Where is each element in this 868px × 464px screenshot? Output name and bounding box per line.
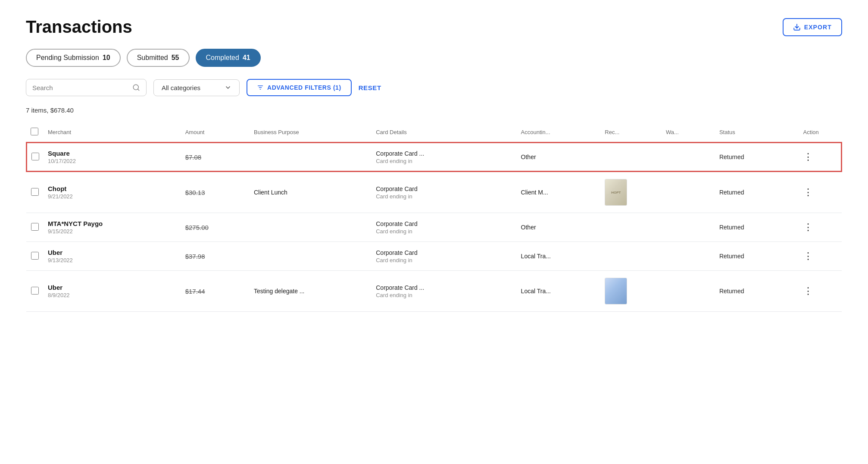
amount-value: $7.08: [185, 154, 202, 161]
purpose-cell: [250, 242, 372, 271]
status-cell: Returned: [715, 172, 799, 213]
action-cell[interactable]: ⋮: [799, 213, 842, 242]
action-menu-button[interactable]: ⋮: [803, 151, 814, 162]
card-main: Corporate Card: [376, 249, 512, 256]
advanced-filters-button[interactable]: ADVANCED FILTERS (1): [247, 79, 352, 96]
action-cell[interactable]: ⋮: [799, 172, 842, 213]
purpose-cell: Client Lunch: [250, 172, 372, 213]
receipt-cell: HOPT: [600, 172, 662, 213]
select-all-header[interactable]: [26, 122, 44, 142]
card-cell: Corporate Card Card ending in: [372, 172, 516, 213]
action-menu-button[interactable]: ⋮: [803, 285, 814, 296]
card-main: Corporate Card ...: [376, 284, 512, 291]
receipt-cell: [600, 242, 662, 271]
accounting-cell: Client M...: [517, 172, 601, 213]
reset-button[interactable]: RESET: [359, 84, 381, 91]
status-cell: Returned: [715, 242, 799, 271]
card-sub: Card ending in: [376, 228, 512, 235]
accounting-value: Local Tra...: [521, 253, 551, 260]
accounting-value: Other: [521, 224, 536, 231]
row-select-checkbox[interactable]: [31, 287, 39, 295]
row-checkbox-cell[interactable]: [26, 142, 44, 172]
row-select-checkbox[interactable]: [31, 188, 39, 196]
search-input[interactable]: [32, 84, 129, 91]
col-header-amount: Amount: [181, 122, 250, 142]
select-all-checkbox[interactable]: [31, 128, 38, 135]
card-cell: Corporate Card ... Card ending in: [372, 271, 516, 312]
table-header-row: Merchant Amount Business Purpose Card De…: [26, 122, 842, 142]
table-row: Square 10/17/2022 $7.08 Corporate Card .…: [26, 142, 842, 172]
card-sub: Card ending in: [376, 193, 512, 200]
receipt-thumbnail: [605, 278, 627, 304]
status-badge: Returned: [719, 288, 744, 295]
receipt-cell: [600, 142, 662, 172]
merchant-name: Square: [48, 150, 177, 157]
tab-pending[interactable]: Pending Submission 10: [26, 49, 121, 67]
merchant-name: Uber: [48, 249, 177, 256]
amount-cell: $275.00: [181, 213, 250, 242]
tab-pending-count: 10: [103, 54, 110, 62]
tab-completed[interactable]: Completed 41: [196, 49, 261, 67]
card-sub: Card ending in: [376, 257, 512, 263]
status-cell: Returned: [715, 213, 799, 242]
merchant-name: Chopt: [48, 185, 177, 192]
accounting-value: Client M...: [521, 189, 548, 196]
merchant-date: 9/15/2022: [48, 228, 177, 235]
receipt-cell: [600, 271, 662, 312]
items-summary: 7 items, $678.40: [26, 107, 842, 114]
amount-value: $37.98: [185, 253, 205, 260]
card-cell: Corporate Card Card ending in: [372, 213, 516, 242]
row-checkbox-cell[interactable]: [26, 242, 44, 271]
row-checkbox-cell[interactable]: [26, 172, 44, 213]
category-label: All categories: [162, 84, 200, 91]
purpose-cell: [250, 213, 372, 242]
amount-value: $17.44: [185, 288, 205, 295]
status-cell: Returned: [715, 142, 799, 172]
accounting-value: Other: [521, 154, 536, 160]
table-row: MTA*NYCT Paygo 9/15/2022 $275.00 Corpora…: [26, 213, 842, 242]
amount-value: $275.00: [185, 224, 209, 231]
action-menu-button[interactable]: ⋮: [803, 187, 814, 198]
tab-submitted[interactable]: Submitted 55: [127, 49, 190, 67]
category-dropdown[interactable]: All categories: [153, 79, 240, 96]
wa-cell: [662, 142, 715, 172]
wa-cell: [662, 271, 715, 312]
merchant-date: 9/13/2022: [48, 257, 177, 263]
row-checkbox-cell[interactable]: [26, 271, 44, 312]
wa-cell: [662, 213, 715, 242]
col-header-purpose: Business Purpose: [250, 122, 372, 142]
merchant-cell: MTA*NYCT Paygo 9/15/2022: [44, 213, 181, 242]
status-badge: Returned: [719, 224, 744, 231]
export-button[interactable]: EXPORT: [783, 18, 842, 36]
merchant-cell: Uber 9/13/2022: [44, 242, 181, 271]
merchant-cell: Uber 8/9/2022: [44, 271, 181, 312]
header-row: Transactions EXPORT: [26, 17, 842, 37]
row-select-checkbox[interactable]: [31, 252, 39, 260]
amount-cell: $7.08: [181, 142, 250, 172]
merchant-name: Uber: [48, 284, 177, 291]
row-select-checkbox[interactable]: [31, 223, 39, 231]
page-container: Transactions EXPORT Pending Submission 1…: [0, 0, 868, 329]
row-checkbox-cell[interactable]: [26, 213, 44, 242]
download-icon: [793, 23, 801, 31]
action-menu-button[interactable]: ⋮: [803, 222, 814, 232]
table-row: Uber 9/13/2022 $37.98 Corporate Card Car…: [26, 242, 842, 271]
row-select-checkbox[interactable]: [31, 153, 39, 160]
accounting-cell: Other: [517, 142, 601, 172]
action-cell[interactable]: ⋮: [799, 271, 842, 312]
amount-cell: $30.13: [181, 172, 250, 213]
action-cell[interactable]: ⋮: [799, 242, 842, 271]
action-cell[interactable]: ⋮: [799, 142, 842, 172]
receipt-thumbnail: HOPT: [605, 179, 627, 206]
tab-completed-count: 41: [243, 54, 250, 62]
card-cell: Corporate Card ... Card ending in: [372, 142, 516, 172]
action-menu-button[interactable]: ⋮: [803, 251, 814, 261]
accounting-value: Local Tra...: [521, 288, 551, 295]
merchant-date: 9/21/2022: [48, 193, 177, 200]
merchant-date: 10/17/2022: [48, 158, 177, 164]
search-box[interactable]: [26, 79, 147, 96]
card-sub: Card ending in: [376, 292, 512, 298]
filter-icon: [257, 84, 264, 91]
transactions-table: Merchant Amount Business Purpose Card De…: [26, 122, 842, 312]
merchant-name: MTA*NYCT Paygo: [48, 220, 177, 227]
